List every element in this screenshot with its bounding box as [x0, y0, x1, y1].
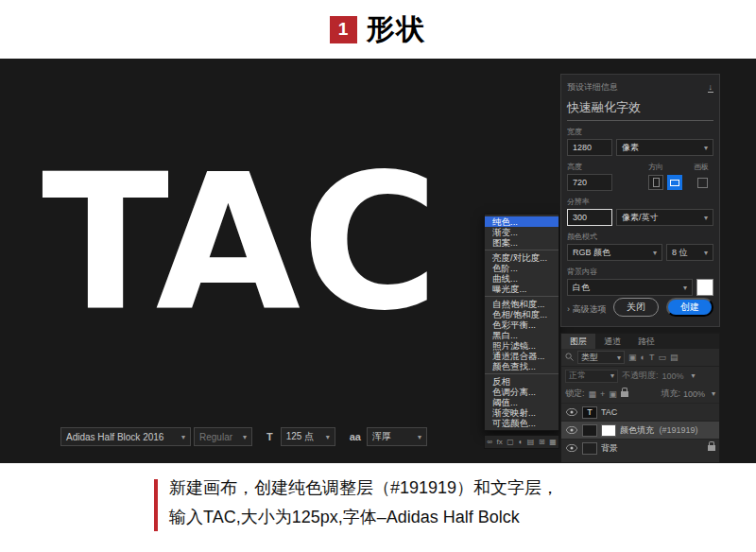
opacity-label: 不透明度:	[622, 370, 659, 382]
anti-alias-icon: aa	[350, 431, 361, 442]
anti-alias-select[interactable]: 浑厚 ▾	[367, 427, 427, 446]
artboard-checkbox[interactable]	[697, 178, 708, 188]
layer-filter-row: 类型 ▾ ▣ ◐ T ▭ ▤	[561, 349, 719, 367]
caption: 新建画布，创建纯色调整层（#191919）和文字层， 输入TAC,大小为125p…	[0, 463, 756, 552]
font-style-select[interactable]: Regular ▾	[194, 427, 252, 446]
lock-pixels-icon[interactable]: ▣	[609, 389, 617, 399]
close-button[interactable]: 关闭	[613, 298, 659, 317]
menu-item[interactable]: 可选颜色...	[485, 418, 558, 428]
chevron-down-icon: ▾	[243, 433, 247, 441]
menu-item[interactable]: 亮度/对比度...	[485, 252, 558, 263]
tab-channels[interactable]: 通道	[595, 334, 629, 349]
font-size-select[interactable]: 125 点 ▾	[281, 427, 335, 446]
menu-item[interactable]: 渐变...	[485, 227, 558, 237]
link-layers-icon[interactable]: ∞	[487, 438, 492, 446]
layer-mask-thumbnail	[601, 424, 616, 437]
orientation-landscape-icon[interactable]	[667, 175, 682, 190]
height-input[interactable]: 720	[567, 174, 612, 191]
font-options-bar: Adidas Half Block 2016 ▾ Regular ▾ T 125…	[60, 427, 430, 446]
menu-item[interactable]: 色阶...	[485, 263, 558, 273]
layer-row-tac[interactable]: T TAC	[561, 403, 719, 421]
step-number-badge: 1	[330, 16, 357, 43]
menu-item[interactable]: 黑白...	[485, 330, 558, 340]
filter-shape-layers-icon[interactable]: ▭	[658, 353, 666, 362]
bit-depth-select[interactable]: 8 位 ▾	[666, 244, 713, 261]
resolution-input[interactable]: 300	[567, 209, 612, 226]
adjustment-layer-menu: 纯色... 渐变... 图案... 亮度/对比度... 色阶... 曲线... …	[484, 214, 559, 431]
menu-item[interactable]: 自然饱和度...	[485, 299, 558, 309]
eye-icon[interactable]	[565, 444, 578, 452]
filter-type-layers-icon[interactable]: T	[649, 353, 655, 362]
chevron-down-icon: ▾	[712, 389, 715, 398]
width-unit-select[interactable]: 像素 ▾	[616, 139, 713, 156]
new-group-icon[interactable]: ▤	[527, 438, 535, 446]
layer-name: 背景	[601, 442, 704, 455]
resolution-label: 分辨率	[567, 197, 713, 207]
menu-separator	[485, 250, 558, 250]
background-color-swatch[interactable]	[696, 279, 713, 296]
width-input[interactable]: 1280	[567, 139, 612, 156]
layer-row-background[interactable]: 背景	[561, 439, 719, 457]
layer-name: 颜色填充 (#191919)	[620, 424, 715, 437]
tab-layers[interactable]: 图层	[561, 334, 595, 349]
menu-item[interactable]: 图案...	[485, 237, 558, 248]
color-mode-label: 颜色模式	[567, 232, 713, 242]
menu-item[interactable]: 色相/饱和度...	[485, 309, 558, 319]
menu-item[interactable]: 曝光度...	[485, 284, 558, 294]
tab-paths[interactable]: 路径	[629, 334, 663, 349]
blend-mode-value: 正常	[569, 370, 586, 382]
menu-item[interactable]: 通道混合器...	[485, 351, 558, 361]
blend-mode-select[interactable]: 正常 ▾	[565, 370, 618, 383]
eye-icon[interactable]	[565, 408, 578, 416]
layers-panel-bottom-bar: ∞ fx ▢ ◐ ▤ ⊞ ▦	[484, 435, 559, 449]
menu-item[interactable]: 渐变映射...	[485, 407, 558, 418]
layer-row-color-fill[interactable]: 颜色填充 (#191919)	[561, 421, 719, 439]
menu-item[interactable]: 照片滤镜...	[485, 340, 558, 351]
header: 1 形状	[0, 0, 756, 59]
layer-effects-icon[interactable]: fx	[497, 438, 503, 446]
kind-filter-select[interactable]: 类型 ▾	[577, 351, 625, 364]
new-layer-icon[interactable]: ⊞	[539, 438, 545, 446]
background-contents-select[interactable]: 白色 ▾	[567, 279, 693, 296]
delete-layer-icon[interactable]: ▦	[549, 438, 557, 446]
menu-item[interactable]: 颜色查找...	[485, 361, 558, 371]
chevron-down-icon: ▾	[326, 433, 330, 441]
orientation-label: 方向	[648, 162, 694, 172]
menu-item[interactable]: 阈值...	[485, 397, 558, 407]
resolution-unit-select[interactable]: 像素/英寸 ▾	[616, 209, 713, 226]
lock-row: 锁定: ▦ + ▣ 填充: 100% ▾	[561, 385, 719, 403]
layer-mask-icon[interactable]: ▢	[507, 438, 514, 446]
chevron-down-icon: ▾	[418, 433, 421, 441]
fill-value[interactable]: 100%	[683, 389, 705, 399]
chevron-down-icon: ▾	[692, 371, 696, 380]
menu-item[interactable]: 曲线...	[485, 273, 558, 284]
font-style-value: Regular	[199, 432, 232, 442]
caption-accent-bar	[154, 479, 158, 531]
layer-lock-icon	[708, 445, 715, 451]
font-family-select[interactable]: Adidas Half Block 2016 ▾	[60, 427, 191, 446]
color-mode-select[interactable]: RGB 颜色 ▾	[567, 244, 662, 261]
lock-position-icon[interactable]: +	[600, 389, 605, 399]
orientation-portrait-icon[interactable]	[648, 175, 663, 190]
lock-all-icon[interactable]	[621, 391, 628, 397]
menu-item[interactable]: 色调分离...	[485, 387, 558, 397]
create-button[interactable]: 创建	[666, 298, 713, 317]
font-family-value: Adidas Half Block 2016	[66, 432, 163, 442]
filter-adjustment-layers-icon[interactable]: ◐	[641, 353, 645, 362]
dialog-title: 预设详细信息	[567, 81, 618, 94]
filter-pixel-layers-icon[interactable]: ▣	[628, 353, 637, 362]
opacity-value[interactable]: 100%	[662, 371, 684, 381]
menu-item[interactable]: 色彩平衡...	[485, 319, 558, 330]
resolution-unit-value: 像素/英寸	[622, 212, 659, 224]
filter-smart-object-icon[interactable]: ▤	[670, 353, 679, 362]
menu-item[interactable]: 反相	[485, 376, 558, 387]
adjustment-layer-icon[interactable]: ◐	[518, 438, 523, 446]
color-mode-value: RGB 颜色	[573, 247, 610, 259]
width-unit-value: 像素	[622, 142, 639, 154]
menu-item-solid-color[interactable]: 纯色...	[485, 216, 558, 227]
lock-transparency-icon[interactable]: ▦	[589, 389, 597, 399]
document-name-input[interactable]: 快速融化字效	[567, 94, 713, 121]
chevron-down-icon: ▾	[683, 284, 687, 292]
save-preset-icon[interactable]: ↓	[708, 83, 714, 93]
eye-icon[interactable]	[565, 426, 578, 434]
